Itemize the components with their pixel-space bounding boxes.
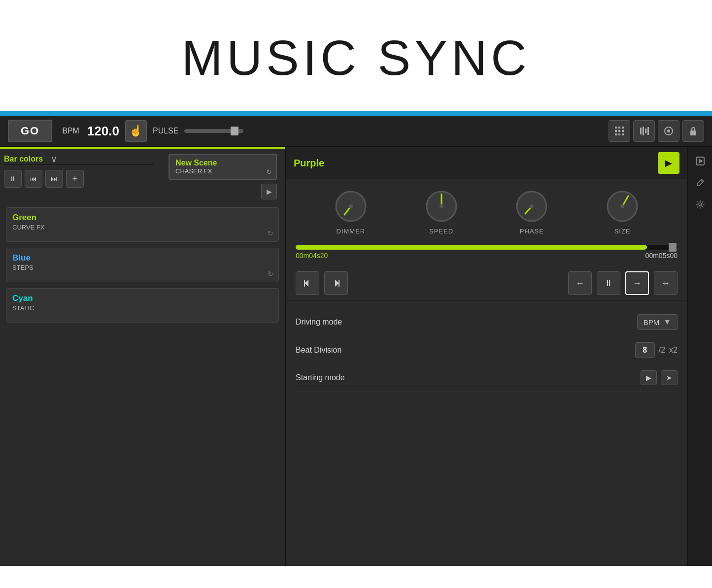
touch-icon[interactable]: ☝	[125, 120, 147, 142]
svg-rect-4	[618, 130, 620, 132]
svg-marker-29	[335, 280, 339, 287]
transport-right: ← ⏸ → ↔	[286, 266, 687, 300]
transport-controls-left: ⏸ ⏮ ⏭ +	[4, 170, 154, 188]
bar-colors-dropdown[interactable]: Bar colors ∨	[4, 154, 154, 165]
next-btn-left[interactable]: ⏭	[45, 170, 63, 188]
add-btn[interactable]: +	[66, 170, 84, 188]
svg-point-20	[440, 204, 443, 208]
arrow-right-btn[interactable]: →	[625, 271, 649, 295]
starting-mode-row: Starting mode ▶ ➤	[296, 364, 678, 392]
driving-mode-control: BPM ▼	[637, 314, 678, 330]
progress-fill	[296, 245, 647, 250]
effect-name-green: Green	[12, 213, 272, 223]
app-container: GO BPM 120.0 ☝ PULSE	[0, 116, 712, 566]
main-content: Bar colors ∨ ⏸ ⏮ ⏭ + New Scene C	[0, 147, 712, 566]
svg-point-14	[667, 130, 670, 132]
pause-btn-left[interactable]: ⏸	[4, 170, 22, 188]
title-area: MUSIC SYNC	[0, 0, 712, 113]
knob-dimmer: DIMMER	[334, 189, 368, 235]
play-side-icon[interactable]	[691, 152, 709, 170]
phase-knob-svg[interactable]	[514, 189, 549, 224]
size-knob-svg[interactable]	[605, 189, 640, 224]
div2-label[interactable]: /2	[659, 346, 665, 355]
refresh-icon-scene[interactable]: ↻	[266, 168, 272, 176]
dimmer-knob-svg[interactable]	[334, 189, 368, 224]
starting-mode-arrow1[interactable]: ▶	[641, 370, 657, 385]
progress-track[interactable]	[296, 245, 678, 250]
svg-rect-3	[615, 130, 617, 132]
dimmer-label: DIMMER	[337, 228, 366, 235]
right-header: Purple ▶	[286, 147, 687, 179]
svg-point-34	[699, 203, 702, 206]
svg-rect-30	[339, 280, 339, 287]
chevron-down-icon[interactable]: ∨	[51, 154, 57, 164]
settings-icon[interactable]	[691, 196, 709, 213]
svg-rect-8	[622, 133, 624, 135]
lock-icon[interactable]	[682, 120, 704, 142]
driving-mode-row: Driving mode BPM ▼	[296, 308, 678, 336]
arrow-left-btn[interactable]: ←	[568, 271, 592, 295]
beat-division-row: Beat Division 8 /2 x2	[296, 336, 678, 364]
bpm-value: 120.0	[87, 124, 119, 139]
pulse-label: PULSE	[153, 127, 178, 135]
effect-card-green: Green CURVE FX ↻	[6, 207, 279, 242]
refresh-icon-blue[interactable]: ↻	[268, 270, 273, 278]
side-icons	[687, 147, 712, 566]
driving-mode-arrow: ▼	[663, 318, 671, 327]
knob-speed: SPEED	[424, 189, 459, 235]
pen-icon[interactable]	[691, 174, 709, 192]
pulse-slider[interactable]	[184, 129, 243, 133]
svg-rect-10	[643, 127, 644, 135]
speed-label: SPEED	[429, 228, 453, 235]
effect-type-cyan: STATIC	[12, 304, 272, 312]
svg-rect-2	[622, 127, 624, 129]
grid-icon[interactable]	[609, 120, 630, 142]
starting-mode-control: ▶ ➤	[641, 370, 678, 385]
prev-btn-left[interactable]: ⏮	[25, 170, 42, 188]
driving-mode-dropdown[interactable]: BPM ▼	[637, 314, 678, 330]
x2-label[interactable]: x2	[669, 346, 678, 355]
progress-thumb	[669, 243, 677, 252]
play-icon-scene[interactable]: ▶	[261, 184, 277, 199]
svg-rect-0	[615, 127, 617, 129]
progress-area: 00m04s20 00m05s00	[286, 240, 687, 266]
effect-name-blue: Blue	[12, 253, 272, 263]
svg-rect-11	[645, 129, 646, 133]
play-button-green[interactable]: ▶	[658, 152, 679, 174]
go-button[interactable]: GO	[8, 120, 52, 142]
beat-division-label: Beat Division	[296, 346, 635, 355]
svg-rect-9	[640, 128, 642, 134]
svg-rect-28	[304, 280, 305, 287]
svg-rect-5	[622, 130, 624, 132]
knob-phase: PHASE	[514, 189, 549, 235]
skip-back-btn[interactable]	[296, 271, 319, 295]
toolbar: GO BPM 120.0 ☝ PULSE	[0, 116, 712, 147]
skip-forward-btn[interactable]	[324, 271, 348, 295]
refresh-icon-green[interactable]: ↻	[268, 229, 273, 237]
svg-point-17	[349, 204, 353, 208]
circle-icon[interactable]	[658, 120, 679, 142]
size-label: SIZE	[614, 228, 631, 235]
svg-point-23	[530, 204, 534, 208]
beat-division-value[interactable]: 8	[635, 342, 655, 358]
svg-line-33	[701, 180, 703, 182]
driving-mode-label: Driving mode	[296, 318, 637, 327]
knob-size: SIZE	[605, 189, 640, 235]
pause-btn-right[interactable]: ⏸	[597, 271, 620, 295]
right-panel: Purple ▶ DIMMER	[286, 147, 687, 566]
svg-marker-27	[305, 280, 308, 287]
bars-icon[interactable]	[633, 120, 655, 142]
speed-knob-svg[interactable]	[424, 189, 459, 224]
toolbar-icons	[609, 120, 704, 142]
bpm-label: BPM	[62, 127, 79, 135]
time-total: 00m05s00	[645, 252, 678, 260]
starting-mode-arrow2[interactable]: ➤	[661, 370, 678, 385]
svg-rect-7	[618, 133, 620, 135]
svg-rect-15	[690, 131, 696, 135]
svg-point-26	[620, 204, 624, 208]
time-row: 00m04s20 00m05s00	[296, 250, 678, 261]
effect-type-green: CURVE FX	[12, 224, 272, 231]
arrows-lr-btn[interactable]: ↔	[654, 271, 678, 295]
scene-subtitle: CHASER FX	[175, 167, 270, 175]
svg-rect-6	[615, 133, 617, 135]
